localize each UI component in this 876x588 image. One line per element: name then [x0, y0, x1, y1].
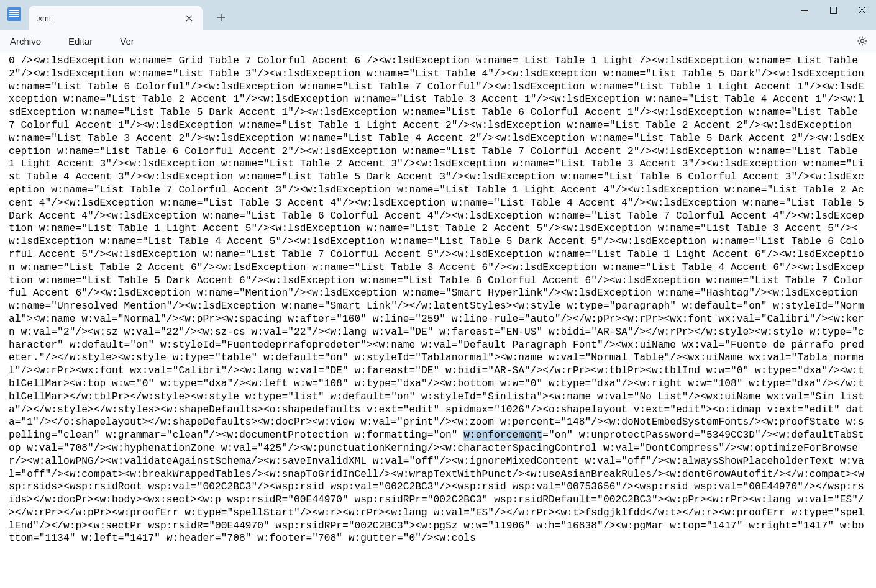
selected-text: w:enforcement — [463, 430, 542, 441]
menubar: Archivo Editar Ver — [0, 30, 876, 53]
menu-ver[interactable]: Ver — [115, 34, 139, 49]
menu-editar[interactable]: Editar — [63, 34, 98, 49]
settings-gear-icon[interactable] — [856, 35, 869, 49]
minimize-button[interactable] — [790, 0, 819, 20]
editor-content[interactable]: 0 /><w:lsdException w:name= Grid Table 7… — [0, 53, 876, 545]
svg-rect-0 — [830, 7, 836, 13]
svg-point-1 — [861, 40, 864, 43]
maximize-button[interactable] — [819, 0, 847, 20]
close-window-button[interactable] — [847, 0, 876, 20]
tab-close-button[interactable] — [183, 12, 195, 24]
document-tab[interactable]: .xml — [29, 6, 203, 30]
menu-archivo[interactable]: Archivo — [5, 34, 46, 49]
titlebar: .xml — [0, 0, 876, 30]
window-controls — [790, 0, 876, 20]
tab-title: .xml — [36, 14, 51, 23]
text-after-selection: ="on" w:unprotectPassword="5349CC3D"/><w… — [9, 430, 864, 544]
new-tab-button[interactable] — [210, 6, 232, 29]
notepad-app-icon — [7, 7, 21, 21]
text-before-selection: 0 /><w:lsdException w:name= Grid Table 7… — [9, 55, 870, 441]
